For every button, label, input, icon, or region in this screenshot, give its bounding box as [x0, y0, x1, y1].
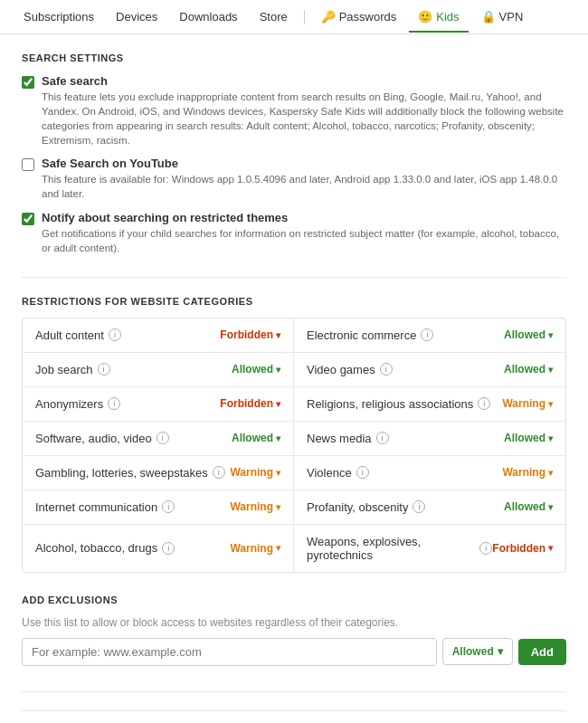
table-row: Gambling, lotteries, sweepstakes i Warni…	[23, 456, 565, 490]
electronic-commerce-chevron-icon: ▾	[548, 330, 553, 340]
job-search-status[interactable]: Allowed ▾	[232, 363, 280, 376]
violence-status[interactable]: Warning ▾	[502, 466, 553, 479]
navigation: Subscriptions Devices Downloads Store 🔑 …	[0, 0, 588, 34]
news-status[interactable]: Allowed ▾	[504, 432, 553, 444]
notify-restricted-label[interactable]: Notify about searching on restricted the…	[42, 211, 288, 224]
nav-vpn-label: VPN	[499, 10, 524, 24]
kids-icon: 🙂	[418, 10, 432, 24]
nav-downloads-label: Downloads	[179, 10, 237, 24]
restriction-cell-video-games: Video games i Allowed ▾	[294, 353, 565, 386]
safe-search-checkbox[interactable]	[22, 76, 34, 89]
adult-content-info-icon[interactable]: i	[109, 328, 121, 341]
nav-divider-1	[304, 10, 305, 24]
internet-comm-chevron-icon: ▾	[276, 502, 280, 512]
news-info-icon[interactable]: i	[376, 432, 389, 444]
electronic-commerce-label: Electronic commerce i	[307, 328, 433, 342]
software-label: Software, audio, video i	[35, 432, 169, 445]
notify-restricted-text: Notify about searching on restricted the…	[42, 211, 566, 255]
notify-restricted-checkbox[interactable]	[22, 213, 34, 225]
anonymizers-chevron-icon: ▾	[276, 399, 280, 409]
add-exclusions-section: ADD EXCLUSIONS Use this list to allow or…	[22, 595, 566, 666]
restriction-cell-weapons: Weapons, explosives, pyrotechnics i Forb…	[294, 525, 565, 572]
table-row: Internet communication i Warning ▾ Profa…	[23, 490, 565, 525]
safe-search-youtube-checkbox[interactable]	[22, 158, 34, 171]
table-row: Job search i Allowed ▾ Video games i All…	[23, 353, 565, 387]
nav-subscriptions[interactable]: Subscriptions	[14, 3, 103, 33]
nav-kids[interactable]: 🙂 Kids	[409, 3, 468, 33]
job-search-label: Job search i	[35, 363, 110, 376]
restrictions-title: RESTRICTIONS FOR WEBSITE CATEGORIES	[22, 296, 566, 307]
software-chevron-icon: ▾	[276, 433, 280, 443]
restriction-cell-religions: Religions, religious associations i Warn…	[294, 387, 565, 421]
profanity-chevron-icon: ▾	[548, 502, 553, 512]
restriction-cell-gambling: Gambling, lotteries, sweepstakes i Warni…	[23, 456, 294, 490]
religions-status[interactable]: Warning ▾	[502, 397, 553, 410]
video-games-info-icon[interactable]: i	[380, 363, 393, 376]
nav-store[interactable]: Store	[251, 3, 297, 33]
software-info-icon[interactable]: i	[156, 432, 169, 444]
nav-devices-label: Devices	[116, 10, 157, 24]
job-search-info-icon[interactable]: i	[98, 363, 110, 376]
anonymizers-label: Anonymizers i	[35, 397, 120, 411]
job-search-chevron-icon: ▾	[276, 365, 280, 375]
safe-search-row: Safe search This feature lets you exclud…	[22, 74, 566, 147]
search-settings-title: SEARCH SETTINGS	[22, 52, 566, 63]
restriction-cell-anonymizers: Anonymizers i Forbidden ▾	[23, 387, 294, 421]
profanity-label: Profanity, obscenity i	[307, 500, 425, 514]
restrictions-grid: Adult content i Forbidden ▾ Electronic c…	[22, 318, 566, 573]
table-row: Software, audio, video i Allowed ▾ News …	[23, 422, 565, 456]
add-exclusions-desc: Use this list to allow or block access t…	[22, 616, 566, 629]
gambling-status[interactable]: Warning ▾	[230, 466, 280, 479]
adult-content-status[interactable]: Forbidden ▾	[220, 328, 280, 341]
religions-info-icon[interactable]: i	[478, 397, 490, 410]
restriction-cell-violence: Violence i Warning ▾	[294, 456, 565, 490]
add-exclusions-title: ADD EXCLUSIONS	[22, 595, 566, 605]
weapons-info-icon[interactable]: i	[479, 542, 492, 555]
restriction-cell-electronic-commerce: Electronic commerce i Allowed ▾	[294, 319, 565, 352]
restriction-cell-software: Software, audio, video i Allowed ▾	[23, 422, 294, 455]
table-row: Alcohol, tobacco, drugs i Warning ▾ Weap…	[23, 525, 565, 572]
safe-search-youtube-text: Safe Search on YouTube This feature is a…	[42, 157, 566, 201]
alcohol-info-icon[interactable]: i	[162, 542, 175, 555]
restriction-cell-job-search: Job search i Allowed ▾	[23, 353, 294, 386]
electronic-commerce-info-icon[interactable]: i	[421, 328, 433, 341]
violence-info-icon[interactable]: i	[356, 466, 369, 479]
alcohol-label: Alcohol, tobacco, drugs i	[35, 541, 175, 555]
nav-downloads[interactable]: Downloads	[170, 3, 246, 33]
exclusion-url-input[interactable]	[22, 638, 437, 666]
nav-store-label: Store	[260, 10, 288, 24]
nav-devices[interactable]: Devices	[107, 3, 166, 33]
safe-search-label[interactable]: Safe search	[42, 74, 108, 88]
divider-1	[22, 277, 566, 278]
adult-content-chevron-icon: ▾	[276, 330, 280, 340]
exclusion-status-label: Allowed	[452, 645, 494, 658]
notify-restricted-row: Notify about searching on restricted the…	[22, 211, 566, 255]
alcohol-status[interactable]: Warning ▾	[230, 542, 280, 555]
software-status[interactable]: Allowed ▾	[232, 432, 280, 444]
weapons-status[interactable]: Forbidden ▾	[492, 542, 553, 555]
profanity-status[interactable]: Allowed ▾	[504, 500, 553, 513]
restriction-cell-news: News media i Allowed ▾	[294, 422, 565, 455]
nav-passwords-label: Passwords	[339, 10, 397, 24]
safe-search-youtube-desc: This feature is available for: Windows a…	[42, 172, 566, 201]
nav-vpn[interactable]: 🔒 VPN	[472, 3, 533, 33]
video-games-status[interactable]: Allowed ▾	[504, 363, 553, 376]
anonymizers-info-icon[interactable]: i	[108, 397, 120, 410]
exclusion-status-button[interactable]: Allowed ▾	[442, 638, 513, 665]
nav-passwords[interactable]: 🔑 Passwords	[312, 3, 406, 33]
anonymizers-status[interactable]: Forbidden ▾	[220, 397, 280, 410]
profanity-info-icon[interactable]: i	[413, 500, 425, 513]
add-exclusion-button[interactable]: Add	[518, 639, 566, 665]
divider-2	[22, 691, 566, 692]
passwords-icon: 🔑	[321, 10, 336, 24]
safe-search-youtube-label[interactable]: Safe Search on YouTube	[42, 157, 178, 170]
internet-comm-status[interactable]: Warning ▾	[230, 500, 280, 513]
safe-search-youtube-row: Safe Search on YouTube This feature is a…	[22, 157, 566, 201]
main-content: SEARCH SETTINGS Safe search This feature…	[0, 34, 588, 723]
gambling-label: Gambling, lotteries, sweepstakes i	[35, 466, 225, 480]
electronic-commerce-status[interactable]: Allowed ▾	[504, 328, 553, 341]
gambling-info-icon[interactable]: i	[213, 466, 225, 479]
safe-search-text: Safe search This feature lets you exclud…	[42, 74, 566, 147]
religions-label: Religions, religious associations i	[307, 397, 490, 411]
internet-comm-info-icon[interactable]: i	[162, 500, 175, 513]
